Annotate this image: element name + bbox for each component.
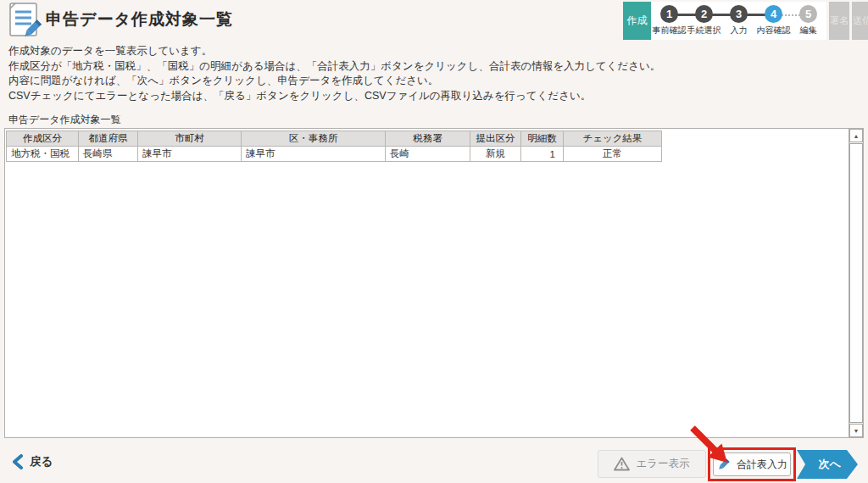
instruction-line: 作成対象のデータを一覧表示しています。 bbox=[8, 44, 660, 59]
table-cell: 新規 bbox=[470, 147, 521, 162]
step-indicator: 1事前確認2手続選択3入力4内容確認5編集 bbox=[651, 2, 826, 40]
step-circle: 1 bbox=[660, 5, 678, 23]
step-circle: 5 bbox=[799, 5, 817, 23]
table-cell: 諫早市 bbox=[242, 147, 386, 162]
step-4: 4内容確認 bbox=[756, 5, 791, 40]
table-head: 作成区分都道府県市町村区・事務所税務署提出区分明細数チェック結果 bbox=[7, 131, 662, 147]
table-panel: 作成区分都道府県市町村区・事務所税務署提出区分明細数チェック結果 地方税・国税長… bbox=[4, 128, 864, 438]
column-header: 区・事務所 bbox=[242, 131, 386, 147]
table-caption: 申告データ作成対象一覧 bbox=[8, 113, 121, 127]
step-3: 3入力 bbox=[721, 5, 756, 40]
table-cell: 正常 bbox=[564, 147, 662, 162]
column-header: 明細数 bbox=[521, 131, 564, 147]
step-circle: 2 bbox=[695, 5, 713, 23]
instruction-line: 作成区分が「地方税・国税」、「国税」の明細がある場合は、「合計表入力」ボタンをク… bbox=[8, 59, 660, 75]
table-cell: 長崎 bbox=[386, 147, 470, 162]
column-header: 提出区分 bbox=[470, 131, 521, 147]
step-label: 編集 bbox=[791, 25, 826, 36]
table-row[interactable]: 地方税・国税長崎県諫早市諫早市長崎新規1正常 bbox=[7, 147, 662, 162]
table-cell: 地方税・国税 bbox=[7, 147, 79, 162]
back-label: 戻る bbox=[30, 454, 53, 469]
table-cell: 1 bbox=[521, 147, 564, 162]
next-button[interactable]: 次へ bbox=[797, 450, 858, 479]
step-circle: 3 bbox=[730, 5, 748, 23]
scroll-thumb[interactable] bbox=[849, 143, 863, 423]
column-header: チェック結果 bbox=[564, 131, 662, 147]
table-body: 地方税・国税長崎県諫早市諫早市長崎新規1正常 bbox=[7, 147, 662, 162]
data-table: 作成区分都道府県市町村区・事務所税務署提出区分明細数チェック結果 地方税・国税長… bbox=[6, 130, 662, 162]
step-circle: 4 bbox=[765, 5, 782, 23]
column-header: 作成区分 bbox=[7, 131, 79, 147]
table-cell: 長崎県 bbox=[79, 147, 138, 162]
phase-badge: 送信 bbox=[852, 2, 868, 40]
step-2: 2手続選択 bbox=[687, 5, 721, 40]
total-button-label: 合計表入力 bbox=[737, 458, 787, 472]
step-label: 入力 bbox=[721, 25, 756, 36]
step-1: 1事前確認 bbox=[652, 5, 687, 40]
column-header: 都道府県 bbox=[79, 131, 138, 147]
total-sheet-input-button[interactable]: 合計表入力 bbox=[713, 452, 791, 476]
instructions: 作成対象のデータを一覧表示しています。作成区分が「地方税・国税」、「国税」の明細… bbox=[8, 44, 660, 103]
instruction-line: 内容に問題がなければ、「次へ」ボタンをクリックし、申告データを作成してください。 bbox=[8, 74, 660, 89]
error-button-label: エラー表示 bbox=[636, 457, 689, 471]
instruction-line: CSVチェックにてエラーとなった場合は、「戻る」ボタンをクリックし、CSVファイ… bbox=[8, 89, 660, 104]
step-label: 内容確認 bbox=[756, 25, 791, 36]
scroll-down-button[interactable]: ▼ bbox=[849, 424, 863, 437]
step-label: 事前確認 bbox=[652, 25, 687, 36]
vertical-scrollbar[interactable]: ▲ ▼ bbox=[849, 129, 863, 437]
scroll-up-button[interactable]: ▲ bbox=[849, 129, 863, 142]
column-header: 税務署 bbox=[386, 131, 470, 147]
table-header-row: 作成区分都道府県市町村区・事務所税務署提出区分明細数チェック結果 bbox=[7, 131, 662, 147]
phase-create-badge: 作成 bbox=[623, 2, 651, 40]
warning-triangle-icon bbox=[614, 457, 630, 471]
table-cell: 諫早市 bbox=[138, 147, 242, 162]
progress-wizard: 作成 1事前確認2手続選択3入力4内容確認5編集 署名送信 bbox=[623, 2, 868, 40]
chevron-left-icon bbox=[12, 454, 24, 469]
step-label: 手続選択 bbox=[687, 25, 721, 36]
phases-next-wrap: 署名送信 bbox=[826, 2, 868, 40]
step-5: 5編集 bbox=[791, 5, 826, 40]
document-pencil-icon bbox=[7, 2, 42, 41]
back-button[interactable]: 戻る bbox=[12, 454, 53, 469]
phase-badge: 署名 bbox=[829, 2, 849, 40]
next-button-label: 次へ bbox=[819, 457, 841, 472]
pencil-icon bbox=[716, 458, 731, 472]
page-title: 申告データ作成対象一覧 bbox=[46, 8, 233, 31]
column-header: 市町村 bbox=[138, 131, 242, 147]
error-display-button[interactable]: エラー表示 bbox=[598, 450, 706, 478]
